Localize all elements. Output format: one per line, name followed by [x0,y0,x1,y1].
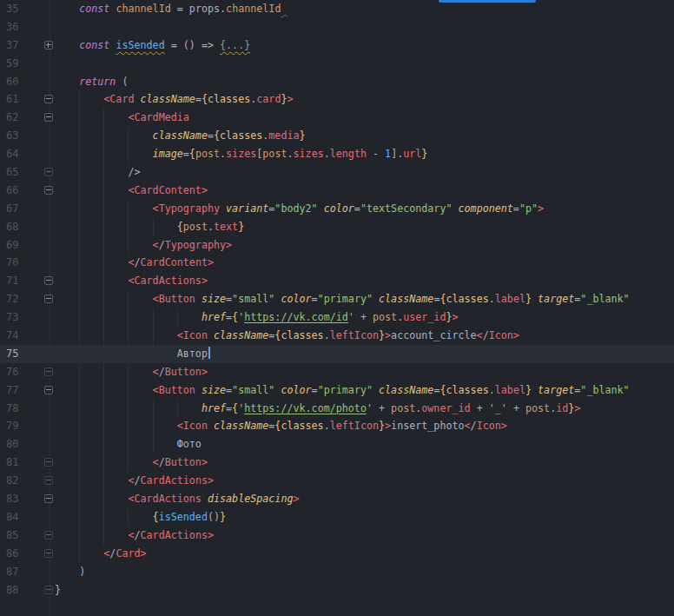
fold-toggle-icon[interactable] [44,386,53,394]
line-number[interactable]: 63 [0,127,55,145]
line-number[interactable]: 73 [0,308,55,327]
fold-toggle-icon[interactable] [44,586,53,594]
code-line[interactable]: 72 <Button size="small" color="primary" … [0,290,674,308]
code-line[interactable]: 79 <Icon className={classes.leftIcon}>in… [0,417,674,435]
code-token: = [312,384,318,396]
indent-guide [177,308,178,327]
code-line[interactable]: 81 </Button> [0,454,674,472]
code-token: CardContent> [141,256,214,268]
code-line[interactable]: 60 return ( [0,73,674,91]
code-line[interactable]: 68 {post.text} [0,218,674,236]
code-token: () [208,511,220,523]
code-token: post [195,148,220,160]
fold-toggle-icon[interactable] [44,476,53,485]
code-token: - [367,148,385,160]
code-token: { [189,148,195,160]
fold-toggle-icon[interactable] [44,41,53,50]
fold-toggle-icon[interactable] [44,295,53,303]
code-line[interactable]: 85 </CardActions> [0,527,674,545]
code-token: = () => [165,39,220,51]
code-line[interactable]: 83 <CardActions disableSpacing> [0,490,674,508]
code-token: disableSpacing [208,493,294,505]
line-number[interactable]: 80 [0,435,55,454]
line-number[interactable]: 60 [0,73,55,91]
code-token: < [477,329,483,341]
code-line[interactable]: 64 image={post.sizes[post.sizes.length -… [0,145,674,163]
indent-guide [79,508,80,527]
fold-toggle-icon[interactable] [44,531,53,540]
line-number[interactable]: 35 [0,0,55,18]
fold-toggle-icon[interactable] [44,276,53,285]
code-line[interactable]: 37 const isSended = () => {...} [0,36,674,55]
code-line[interactable]: 80 Фото [0,435,674,454]
line-number[interactable]: 69 [0,236,55,255]
line-number[interactable]: 36 [0,18,55,36]
code-token: {...} [220,39,250,51]
line-number[interactable]: 79 [0,417,55,435]
code-editor: 35 const channelId = props.channelId 363… [0,0,674,616]
code-token: media [268,129,299,142]
code-line[interactable]: 69 </Typography> [0,236,674,255]
code-line[interactable]: 36 [0,18,674,36]
code-line[interactable]: 62 <CardMedia [0,109,674,127]
code-line[interactable]: 59 [0,55,674,73]
code-line[interactable]: 61 <Card className={classes.card}> [0,90,674,109]
code-token: "p" [519,202,538,215]
code-line[interactable]: 86 </Card> [0,545,674,563]
code-token: sizes [294,148,324,160]
code-line[interactable]: 35 const channelId = props.channelId [0,0,674,18]
indent-guide [79,545,80,563]
code-line[interactable]: 78 href={'https://vk.com/photo' + post.o… [0,400,674,418]
code-line[interactable]: 74 <Icon className={classes.leftIcon}>ac… [0,327,674,345]
indent-guide [79,417,80,435]
fold-toggle-icon[interactable] [44,95,53,103]
indent-guide [79,236,80,255]
code-line[interactable]: 82 </CardActions> [0,472,674,490]
fold-toggle-icon[interactable] [44,549,53,558]
code-line[interactable]: 77 <Button size="small" color="primary" … [0,381,674,400]
code-token: = [354,202,360,215]
fold-toggle-icon[interactable] [44,168,53,176]
code-line[interactable]: 67 <Typography variant="body2" color="te… [0,200,674,218]
line-number[interactable]: 87 [0,563,55,581]
code-line[interactable]: 73 href={'https://vk.com/id' + post.user… [0,308,674,327]
code-token: ) [79,566,85,578]
code-text: return ( [55,73,674,91]
indent-guide [79,200,80,218]
fold-toggle-icon[interactable] [44,458,53,467]
code-line[interactable]: 66 <CardContent> [0,182,674,200]
line-number[interactable]: 75 [0,345,55,363]
code-line[interactable]: 75 Автор [0,345,674,363]
code-line[interactable]: 88} [0,581,674,599]
line-number[interactable]: 78 [0,400,55,418]
indent-guide [79,381,80,400]
code-line[interactable]: 71 <CardActions> [0,272,674,290]
code-token: {classes [439,293,488,305]
code-line[interactable]: 63 className={classes.media} [0,127,674,145]
indent-guide [128,236,129,255]
code-line[interactable]: 65 /> [0,163,674,182]
code-line[interactable]: 70 </CardContent> [0,254,674,272]
code-line[interactable]: 84 {isSended()} [0,508,674,527]
code-token: > [287,93,293,105]
line-number[interactable]: 67 [0,200,55,218]
line-number[interactable]: 68 [0,218,55,236]
code-token: > [574,402,580,414]
indent-guide [128,145,129,163]
line-number[interactable]: 59 [0,55,55,73]
line-number[interactable]: 84 [0,508,55,527]
code-line[interactable]: 76 </Button> [0,363,674,381]
fold-toggle-icon[interactable] [44,113,53,122]
indent-guide [79,127,80,145]
code-text: href={'https://vk.com/photo' + post.owne… [55,400,674,418]
fold-toggle-icon[interactable] [44,494,53,503]
code-token: + [471,402,489,414]
line-number[interactable]: 74 [0,327,55,345]
fold-toggle-icon[interactable] [44,186,53,195]
line-number[interactable]: 70 [0,254,55,272]
code-line[interactable]: 87 ) [0,563,674,581]
indent-guide [103,472,104,490]
indent-guide [79,308,80,327]
line-number[interactable]: 64 [0,145,55,163]
fold-toggle-icon[interactable] [44,368,53,376]
